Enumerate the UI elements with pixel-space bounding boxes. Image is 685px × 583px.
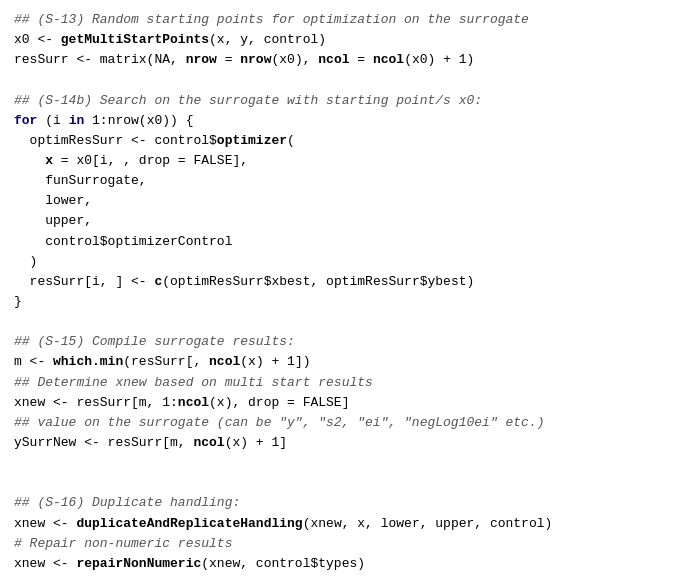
function-text: ncol: [193, 435, 224, 450]
code-line: m <- which.min(resSurr[, ncol(x) + 1]): [14, 352, 671, 372]
code-block: ## (S-13) Random starting points for opt…: [14, 10, 671, 574]
normal-text: lower,: [14, 193, 92, 208]
normal-text: }: [14, 294, 22, 309]
code-line: lower,: [14, 191, 671, 211]
normal-text: xnew <- resSurr[m, 1:: [14, 395, 178, 410]
code-line: ySurrNew <- resSurr[m, ncol(x) + 1]: [14, 433, 671, 453]
keyword-text: for: [14, 113, 37, 128]
normal-text: ): [14, 254, 37, 269]
function-text: duplicateAndReplicateHandling: [76, 516, 302, 531]
code-line: xnew <- duplicateAndReplicateHandling(xn…: [14, 514, 671, 534]
normal-text: (i: [37, 113, 68, 128]
code-line: x = x0[i, , drop = FALSE],: [14, 151, 671, 171]
code-line: optimResSurr <- control$optimizer(: [14, 131, 671, 151]
function-text: repairNonNumeric: [76, 556, 201, 571]
normal-text: = x0[i, , drop = FALSE],: [53, 153, 248, 168]
normal-text: (xnew, x, lower, upper, control): [303, 516, 553, 531]
code-line: x0 <- getMultiStartPoints(x, y, control): [14, 30, 671, 50]
code-line: for (i in 1:nrow(x0)) {: [14, 111, 671, 131]
code-line: resSurr[i, ] <- c(optimResSurr$xbest, op…: [14, 272, 671, 292]
normal-text: resSurr <- matrix(NA,: [14, 52, 186, 67]
code-line: # Repair non-numeric results: [14, 534, 671, 554]
normal-text: ySurrNew <- resSurr[m,: [14, 435, 193, 450]
normal-text: resSurr[i, ] <-: [14, 274, 154, 289]
normal-text: (: [287, 133, 295, 148]
comment-text: ## (S-13) Random starting points for opt…: [14, 12, 529, 27]
code-line: ## (S-16) Duplicate handling:: [14, 493, 671, 513]
function-text: getMultiStartPoints: [61, 32, 209, 47]
function-text: ncol: [318, 52, 349, 67]
normal-text: (x) + 1]: [225, 435, 287, 450]
comment-text: ## (S-16) Duplicate handling:: [14, 495, 240, 510]
code-line: [14, 70, 671, 90]
code-line: ## (S-13) Random starting points for opt…: [14, 10, 671, 30]
comment-text: ## Determine xnew based on multi start r…: [14, 375, 373, 390]
normal-text: (xnew, control$types): [201, 556, 365, 571]
function-text: nrow: [186, 52, 217, 67]
code-line: ## (S-14b) Search on the surrogate with …: [14, 91, 671, 111]
function-text: which.min: [53, 354, 123, 369]
code-line: ## Determine xnew based on multi start r…: [14, 373, 671, 393]
normal-text: xnew <-: [14, 516, 76, 531]
code-line: resSurr <- matrix(NA, nrow = nrow(x0), n…: [14, 50, 671, 70]
code-line: [14, 473, 671, 493]
comment-text: ## (S-15) Compile surrogate results:: [14, 334, 295, 349]
normal-text: optimResSurr <- control$: [14, 133, 217, 148]
normal-text: x0 <-: [14, 32, 61, 47]
keyword-text: in: [69, 113, 85, 128]
code-line: xnew <- repairNonNumeric(xnew, control$t…: [14, 554, 671, 574]
code-line: [14, 312, 671, 332]
code-line: ## (S-15) Compile surrogate results:: [14, 332, 671, 352]
normal-text: (x), drop = FALSE]: [209, 395, 349, 410]
function-text: nrow: [240, 52, 271, 67]
normal-text: funSurrogate,: [14, 173, 147, 188]
normal-text: control$optimizerControl: [14, 234, 232, 249]
function-text: ncol: [373, 52, 404, 67]
normal-text: (x0),: [271, 52, 318, 67]
normal-text: =: [217, 52, 240, 67]
code-line: ## value on the surrogate (can be "y", "…: [14, 413, 671, 433]
normal-text: m <-: [14, 354, 53, 369]
code-line: xnew <- resSurr[m, 1:ncol(x), drop = FAL…: [14, 393, 671, 413]
normal-text: =: [350, 52, 373, 67]
comment-text: ## value on the surrogate (can be "y", "…: [14, 415, 545, 430]
code-line: [14, 453, 671, 473]
code-line: }: [14, 292, 671, 312]
comment-text: # Repair non-numeric results: [14, 536, 232, 551]
normal-text: upper,: [14, 213, 92, 228]
code-container: ## (S-13) Random starting points for opt…: [0, 0, 685, 583]
function-text: x: [45, 153, 53, 168]
normal-text: (x) + 1]): [240, 354, 310, 369]
code-line: control$optimizerControl: [14, 232, 671, 252]
normal-text: (resSurr[,: [123, 354, 209, 369]
comment-text: ## (S-14b) Search on the surrogate with …: [14, 93, 482, 108]
normal-text: xnew <-: [14, 556, 76, 571]
normal-text: 1:nrow(x0)) {: [84, 113, 193, 128]
normal-text: (x, y, control): [209, 32, 326, 47]
normal-text: (optimResSurr$xbest, optimResSurr$ybest): [162, 274, 474, 289]
function-text: optimizer: [217, 133, 287, 148]
normal-text: (x0) + 1): [404, 52, 474, 67]
code-line: ): [14, 252, 671, 272]
code-line: upper,: [14, 211, 671, 231]
code-line: funSurrogate,: [14, 171, 671, 191]
normal-text: [14, 153, 45, 168]
function-text: ncol: [209, 354, 240, 369]
function-text: ncol: [178, 395, 209, 410]
